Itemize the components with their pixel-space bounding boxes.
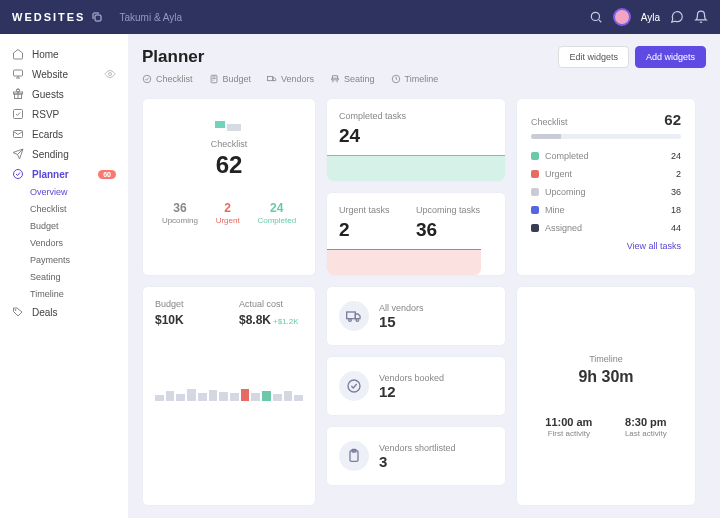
sub-item-timeline[interactable]: Timeline <box>30 286 128 302</box>
tab-checklist[interactable]: Checklist <box>142 74 193 84</box>
copy-icon <box>91 11 103 23</box>
eye-icon <box>104 68 116 80</box>
view-all-link[interactable]: View all tasks <box>531 241 681 251</box>
checklist-card[interactable]: Checklist 62 36Upcoming2Urgent24Complete… <box>142 98 316 276</box>
all-vendors-card[interactable]: All vendors15 <box>326 286 506 346</box>
completed-tasks-card[interactable]: Completed tasks 24 <box>326 98 506 182</box>
sidebar-item-guests[interactable]: Guests <box>0 84 128 104</box>
svg-rect-12 <box>267 77 272 81</box>
spark-green-icon <box>327 155 505 181</box>
search-input[interactable]: Takumi & Ayla <box>119 11 578 23</box>
timeline-duration: 9h 30m <box>529 368 683 386</box>
sub-item-overview[interactable]: Overview <box>30 184 128 200</box>
edit-widgets-button[interactable]: Edit widgets <box>558 46 629 68</box>
tab-budget[interactable]: Budget <box>209 74 252 84</box>
checklist-chart-icon <box>211 121 247 129</box>
list-total: 62 <box>664 111 681 128</box>
legend-dot-icon <box>531 152 539 160</box>
stat-num: 36 <box>162 201 198 215</box>
booked-label: Vendors booked <box>379 373 444 383</box>
stat-label: Completed <box>257 216 296 225</box>
avatar[interactable] <box>613 8 631 26</box>
tab-vendors[interactable]: Vendors <box>267 74 314 84</box>
brand-text: WEDSITES <box>12 11 85 23</box>
mail-icon <box>12 128 24 140</box>
tab-timeline[interactable]: Timeline <box>391 74 439 84</box>
legend-label: Mine <box>545 205 565 215</box>
sidebar-item-website[interactable]: Website <box>0 64 128 84</box>
svg-point-8 <box>14 170 23 179</box>
legend-assigned[interactable]: Assigned44 <box>531 219 681 237</box>
add-widgets-button[interactable]: Add widgets <box>635 46 706 68</box>
badge: 60 <box>98 170 116 179</box>
last-time: 8:30 pm <box>625 416 667 428</box>
checklist-label: Checklist <box>211 139 248 149</box>
topbar: WEDSITES Takumi & Ayla Ayla <box>0 0 720 34</box>
svg-point-1 <box>591 12 599 20</box>
sidebar-item-home[interactable]: Home <box>0 44 128 64</box>
page-title: Planner <box>142 47 204 67</box>
svg-rect-6 <box>14 110 23 119</box>
sub-item-checklist[interactable]: Checklist <box>30 201 128 217</box>
target-icon <box>12 168 24 180</box>
legend-value: 24 <box>671 151 681 161</box>
budget-card[interactable]: Budget $10K Actual cost $8.8K+$1.2K <box>142 286 316 506</box>
tab-label: Timeline <box>405 74 439 84</box>
sidebar-item-sending[interactable]: Sending <box>0 144 128 164</box>
urgent-upcoming-card[interactable]: Urgent tasks 2 Upcoming tasks 36 <box>326 192 506 276</box>
first-time: 11:00 am <box>545 416 592 428</box>
actual-value: $8.8K <box>239 313 271 327</box>
sidebar-item-rsvp[interactable]: RSVP <box>0 104 128 124</box>
timeline-title: Timeline <box>529 354 683 364</box>
legend-completed[interactable]: Completed24 <box>531 147 681 165</box>
legend-urgent[interactable]: Urgent2 <box>531 165 681 183</box>
sub-item-budget[interactable]: Budget <box>30 218 128 234</box>
user-name[interactable]: Ayla <box>641 12 660 23</box>
vendors-shortlisted-card[interactable]: Vendors shortlisted3 <box>326 426 506 486</box>
target-icon <box>142 74 152 84</box>
checklist-total: 62 <box>216 151 243 179</box>
svg-rect-0 <box>95 15 101 21</box>
vendors-booked-card[interactable]: Vendors booked12 <box>326 356 506 416</box>
legend-label: Urgent <box>545 169 572 179</box>
short-value: 3 <box>379 453 456 470</box>
svg-rect-2 <box>14 70 23 76</box>
sub-item-vendors[interactable]: Vendors <box>30 235 128 251</box>
tabs: ChecklistBudgetVendorsSeatingTimeline <box>142 74 706 88</box>
send-icon <box>12 148 24 160</box>
chat-icon[interactable] <box>670 10 684 24</box>
sidebar-item-planner[interactable]: Planner60 <box>0 164 128 184</box>
nav-label: Guests <box>32 89 64 100</box>
brand-logo[interactable]: WEDSITES <box>12 11 103 23</box>
tab-seating[interactable]: Seating <box>330 74 375 84</box>
svg-point-3 <box>109 73 112 76</box>
legend-mine[interactable]: Mine18 <box>531 201 681 219</box>
svg-point-16 <box>356 319 359 322</box>
legend-dot-icon <box>531 170 539 178</box>
sidebar-item-deals[interactable]: Deals <box>0 302 128 322</box>
sidebar-item-ecards[interactable]: Ecards <box>0 124 128 144</box>
actual-label: Actual cost <box>239 299 303 309</box>
legend-dot-icon <box>531 224 539 232</box>
last-label: Last activity <box>625 429 667 438</box>
first-label: First activity <box>545 429 592 438</box>
upcoming-label: Upcoming tasks <box>416 205 493 215</box>
monitor-icon <box>12 68 24 80</box>
tab-label: Vendors <box>281 74 314 84</box>
budget-bars-chart <box>155 381 303 401</box>
nav-label: Ecards <box>32 129 63 140</box>
sub-item-payments[interactable]: Payments <box>30 252 128 268</box>
completed-value: 24 <box>339 125 493 147</box>
legend-upcoming[interactable]: Upcoming36 <box>531 183 681 201</box>
stat-completed: 24Completed <box>257 201 296 225</box>
bell-icon[interactable] <box>694 10 708 24</box>
clock-icon <box>391 74 401 84</box>
tab-label: Checklist <box>156 74 193 84</box>
sub-item-seating[interactable]: Seating <box>30 269 128 285</box>
checklist-list-card[interactable]: Checklist 62 Completed24Urgent2Upcoming3… <box>516 98 696 276</box>
timeline-card[interactable]: Timeline 9h 30m 11:00 amFirst activity 8… <box>516 286 696 506</box>
budget-delta: +$1.2K <box>273 317 299 326</box>
search-icon[interactable] <box>589 10 603 24</box>
stat-num: 24 <box>257 201 296 215</box>
legend-label: Completed <box>545 151 589 161</box>
